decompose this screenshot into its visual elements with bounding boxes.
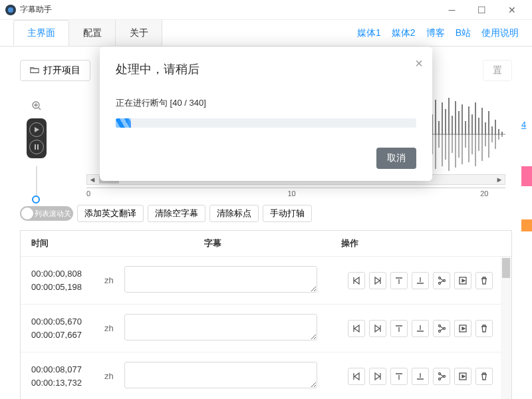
delete-button[interactable] [475,272,493,289]
table-scrollbar-thumb[interactable] [502,258,510,278]
column-header-subtitle: 字幕 [124,237,341,249]
manual-timing-button[interactable]: 手动打轴 [263,205,312,222]
column-header-ops: 操作 [341,237,501,249]
link-manual[interactable]: 使用说明 [481,27,519,39]
play-button[interactable] [454,368,471,385]
split-button[interactable] [433,272,450,289]
row-time: 00:00:05,67000:00:07,667 [31,315,104,341]
zoom-slider[interactable] [36,166,37,200]
open-project-button[interactable]: 打开项目 [20,60,90,81]
link-media2[interactable]: 媒体2 [392,27,416,39]
play-button[interactable] [454,320,471,337]
ruler-tick: 20 [480,190,488,198]
link-bilibili[interactable]: B站 [456,27,471,39]
pause-button[interactable] [29,140,44,154]
obscured-button[interactable]: 置 [483,60,512,81]
close-button[interactable]: ✕ [497,0,527,20]
progress-fill [116,118,131,128]
svg-rect-2 [35,144,36,150]
time-ruler: 0 10 20 [86,188,505,201]
app-icon [5,5,16,15]
skip-forward-button[interactable] [369,368,386,385]
zoom-in-icon[interactable] [32,101,41,113]
clear-empty-subtitles-button[interactable]: 清除空字幕 [148,205,205,222]
table-row: 00:00:05,67000:00:07,667zh [21,305,511,352]
minimize-button[interactable]: ─ [437,0,467,20]
play-button[interactable] [29,122,44,137]
tab-about[interactable]: 关于 [116,20,162,46]
zoom-slider-knob[interactable] [32,196,40,203]
table-row: 00:00:08,07700:00:13,732zh [21,352,511,399]
folder-open-icon [30,65,39,76]
clear-punctuation-button[interactable]: 清除标点 [209,205,259,222]
svg-rect-3 [37,144,39,150]
delete-button[interactable] [475,320,493,337]
align-bottom-button[interactable] [412,272,429,289]
row-lang: zh [104,323,124,333]
skip-back-button[interactable] [348,368,365,385]
subtitle-input[interactable] [124,362,317,388]
tab-config[interactable]: 配置 [69,20,116,46]
svg-point-0 [8,7,13,13]
split-button[interactable] [433,320,450,337]
progress-bar [116,118,416,128]
ruler-tick: 10 [287,190,295,198]
maximize-button[interactable]: ☐ [467,0,497,20]
column-header-time: 时间 [31,237,124,249]
toggle-label: 列表滚动关 [35,209,71,219]
open-project-label: 打开项目 [43,65,80,76]
link-blog[interactable]: 博客 [426,27,445,39]
processing-modal: × 处理中，请稍后 正在进行断句 [40 / 340] 取消 [100,47,432,181]
skip-back-button[interactable] [348,320,365,337]
background-fragments: 4 [521,120,532,231]
align-top-button[interactable] [390,320,408,337]
link-media1[interactable]: 媒体1 [357,27,381,39]
align-bottom-button[interactable] [412,320,429,337]
align-top-button[interactable] [390,272,408,289]
subtitle-input[interactable] [124,266,317,293]
row-time: 00:00:00,80800:00:05,198 [31,267,104,293]
delete-button[interactable] [475,368,493,385]
modal-title: 处理中，请稍后 [116,61,416,77]
row-lang: zh [104,275,124,285]
ruler-tick: 0 [86,190,90,198]
table-scrollbar[interactable] [501,257,511,399]
skip-forward-button[interactable] [369,272,386,289]
scroll-right-icon[interactable]: ► [494,176,505,184]
align-top-button[interactable] [390,368,408,385]
split-button[interactable] [433,368,450,385]
align-bottom-button[interactable] [412,368,429,385]
window-title: 字幕助手 [20,4,52,15]
scroll-left-icon[interactable]: ◄ [87,176,98,184]
tab-main[interactable]: 主界面 [13,20,69,46]
skip-forward-button[interactable] [369,320,386,337]
modal-status-text: 正在进行断句 [40 / 340] [116,97,416,109]
add-english-translation-button[interactable]: 添加英文翻译 [77,205,144,222]
row-lang: zh [104,371,124,381]
row-time: 00:00:08,07700:00:13,732 [31,363,104,389]
subtitle-input[interactable] [124,314,317,340]
table-row: 00:00:00,80800:00:05,198zh [21,257,511,305]
list-scroll-toggle[interactable]: 列表滚动关 [20,206,73,221]
play-button[interactable] [454,272,471,289]
skip-back-button[interactable] [348,272,365,289]
modal-close-button[interactable]: × [415,56,423,71]
cancel-button[interactable]: 取消 [376,148,416,169]
